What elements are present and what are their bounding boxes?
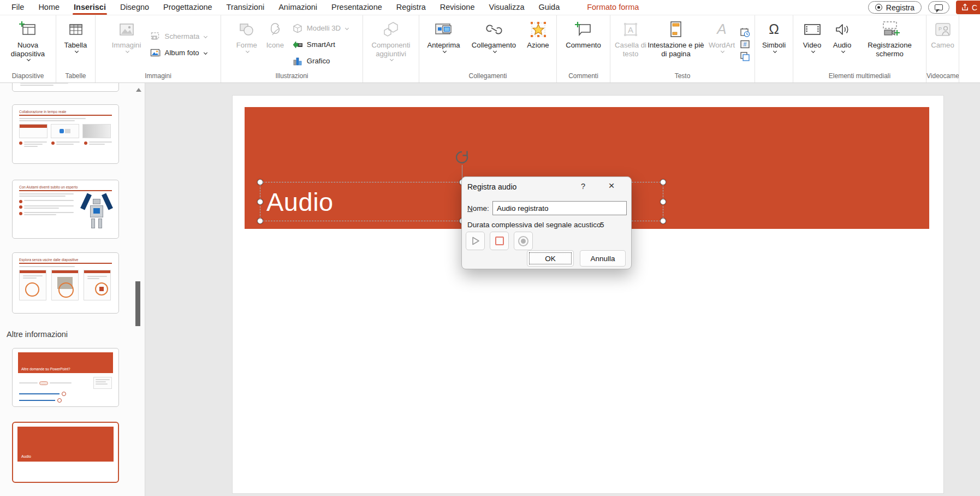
tab-progettazione[interactable]: Progettazione [156, 0, 219, 15]
handle-bottom-left[interactable] [257, 218, 263, 224]
chevron-down-icon [74, 49, 78, 52]
group-immagini: Immagini Schermata Album foto Immag [96, 15, 221, 82]
tab-visualizza[interactable]: Visualizza [482, 0, 531, 15]
thumbnail-slide-esplora[interactable]: Esplora senza uscire dalle diapositive [12, 252, 119, 314]
3d-models-button[interactable]: Modelli 3D [289, 21, 351, 36]
stop-button[interactable] [490, 232, 509, 250]
comment-button[interactable]: Commento [560, 17, 608, 72]
chart-button[interactable]: Grafico [289, 54, 351, 68]
slide-number-icon: # [740, 39, 750, 50]
tab-inserisci[interactable]: Inserisci [67, 0, 113, 15]
group-label-componenti [363, 72, 419, 82]
symbols-button[interactable]: Ω Simboli [757, 17, 791, 72]
group-label-simboli [755, 72, 793, 82]
tab-disegno[interactable]: Disegno [113, 0, 156, 15]
text-box-button[interactable]: A Casella di testo [614, 17, 647, 72]
share-button[interactable]: C [956, 1, 980, 14]
tab-formato-forma[interactable]: Formato forma [580, 0, 646, 15]
date-time-button[interactable] [739, 27, 751, 38]
chevron-down-icon [27, 57, 31, 61]
tab-guida[interactable]: Guida [532, 0, 567, 15]
wordart-button[interactable]: A WordArt [705, 17, 739, 72]
scrollbar-up-arrow[interactable] [136, 85, 141, 92]
handle-bottom-right[interactable] [660, 218, 666, 224]
comments-button[interactable] [928, 1, 949, 14]
record-presentation-button[interactable]: Registra [868, 1, 922, 14]
date-time-icon [740, 27, 750, 38]
tab-file[interactable]: File [4, 0, 31, 15]
action-star-icon [530, 20, 547, 39]
tab-home[interactable]: Home [31, 0, 67, 15]
section-label-altre-informazioni: Altre informazioni [7, 330, 68, 339]
tab-registra[interactable]: Registra [389, 0, 433, 15]
dialog-close-button[interactable]: × [605, 180, 618, 192]
preview-button[interactable]: Anteprima [423, 17, 465, 72]
object-button[interactable] [739, 51, 751, 62]
handle-mid-left[interactable] [257, 199, 263, 205]
thumbnail-slide-altre-domande[interactable]: Altre domande su PowerPoint? [12, 348, 119, 407]
chevron-down-icon [204, 34, 207, 38]
group-testo: A Casella di testo Intestazione e piè di… [610, 15, 755, 82]
media-controls [466, 232, 533, 250]
video-button[interactable]: Video [798, 17, 827, 72]
screenshot-icon [150, 31, 162, 42]
wordart-icon: A [717, 20, 726, 39]
3d-cube-icon [292, 23, 304, 34]
header-footer-button[interactable]: Intestazione e piè di pagina [648, 17, 704, 72]
tab-revisione[interactable]: Revisione [433, 0, 482, 15]
table-button[interactable]: Tabella [58, 17, 93, 72]
slide-editing-area[interactable]: Audio [232, 95, 944, 494]
record-icon [518, 236, 528, 246]
thumbnail-slide-partial[interactable] [12, 83, 119, 92]
audio-button[interactable]: Audio [828, 17, 857, 72]
add-ins-button[interactable]: Componenti aggiuntivi [365, 17, 417, 72]
new-slide-button[interactable]: Nuova diapositiva [2, 17, 54, 72]
record-audio-dialog: Registra audio ? × Nome: Durata compless… [461, 176, 632, 269]
thumbnail-slide-collaborazione[interactable]: Collaborazione in tempo reale [12, 104, 119, 164]
handle-top-left[interactable] [257, 179, 263, 185]
audio-name-input[interactable] [492, 201, 627, 215]
link-button[interactable]: Collegamento [466, 17, 522, 72]
icons-button[interactable]: Icone [262, 17, 289, 72]
photo-album-icon [150, 48, 162, 58]
header-footer-icon [669, 20, 683, 39]
ribbon: Nuova diapositiva Diapositive Tabella Ta… [0, 15, 980, 83]
tab-transizioni[interactable]: Transizioni [219, 0, 272, 15]
action-button[interactable]: Azione [523, 17, 554, 72]
chevron-down-icon [204, 51, 207, 55]
tab-presentazione[interactable]: Presentazione [324, 0, 389, 15]
add-ins-icon [382, 20, 400, 39]
thumbnail-slide-aiutami[interactable]: Con Aiutami diventi subito un esperto [12, 180, 119, 239]
audio-icon [834, 20, 851, 39]
svg-text:#: # [744, 41, 747, 48]
ok-button[interactable]: OK [527, 250, 574, 267]
omega-icon: Ω [769, 20, 779, 39]
chevron-down-icon [126, 49, 129, 52]
handle-top-right[interactable] [660, 179, 666, 185]
chevron-down-icon [811, 49, 815, 52]
group-tabelle: Tabella Tabelle [56, 15, 96, 82]
record-audio-button[interactable] [514, 232, 533, 250]
cancel-button[interactable]: Annulla [580, 250, 626, 267]
robot-illustration [82, 193, 111, 231]
shapes-icon [239, 20, 255, 39]
screen-recording-button[interactable]: Registrazione schermo [858, 17, 922, 72]
shapes-button[interactable]: Forme [233, 17, 261, 72]
tab-animazioni[interactable]: Animazioni [271, 0, 324, 15]
scrollbar-thumb[interactable] [135, 281, 140, 326]
photo-album-button[interactable]: Album foto [147, 45, 210, 60]
pictures-button[interactable]: Immagini [106, 17, 147, 72]
handle-mid-right[interactable] [660, 199, 666, 205]
slide-number-button[interactable]: # [739, 39, 751, 50]
cameo-button[interactable]: P Cameo [928, 17, 958, 72]
play-button[interactable] [466, 232, 485, 250]
name-label: Nome: [467, 204, 489, 212]
comment-icon [935, 4, 943, 10]
screenshot-button[interactable]: Schermata [147, 29, 210, 44]
share-icon [961, 3, 969, 11]
slide-title-text[interactable]: Audio [260, 187, 334, 217]
thumbnail-slide-audio-selected[interactable]: Audio [12, 422, 119, 483]
rotate-handle[interactable] [455, 150, 469, 164]
smartart-button[interactable]: SmartArt [289, 37, 351, 52]
dialog-help-button[interactable]: ? [578, 182, 589, 191]
